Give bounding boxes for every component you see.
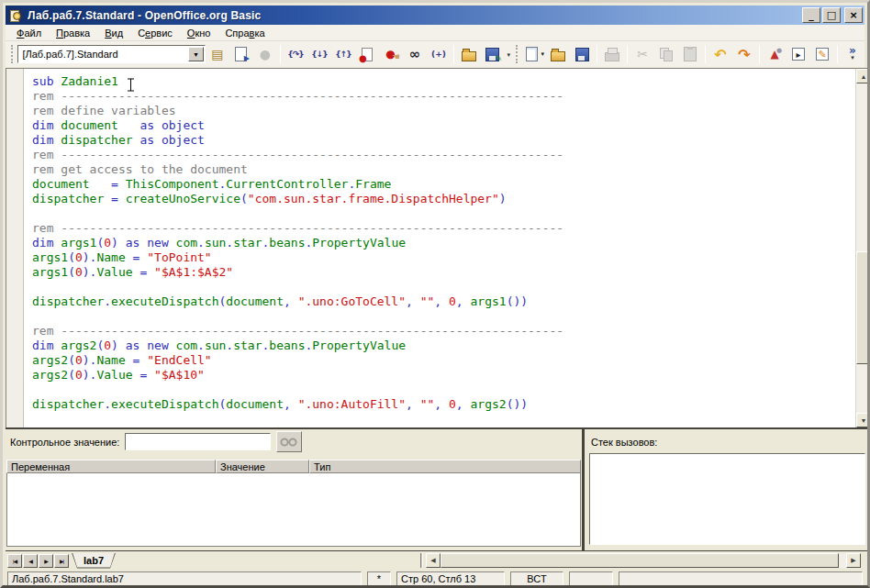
scroll-up-button[interactable]: ▲ <box>856 69 870 83</box>
tab-nav-next-button[interactable]: ▶ <box>39 554 53 568</box>
horizontal-scrollbar[interactable]: ◀ ▶ <box>426 553 861 568</box>
callstack-list[interactable] <box>589 453 865 545</box>
code-line: args2(0).Value = "$A$10" <box>32 368 855 383</box>
step-over-icon <box>286 45 305 63</box>
edit-dialog-icon <box>816 48 829 61</box>
stop-icon <box>256 45 274 63</box>
code-line: rem define variables <box>32 104 855 118</box>
redo-button[interactable] <box>733 43 755 65</box>
code-line: dim dispatcher as object <box>32 133 855 148</box>
code-line: rem get access to the document <box>32 162 855 177</box>
code-line: args2(0).Name = "EndCell" <box>32 353 855 368</box>
select-module-icon <box>792 48 805 61</box>
glasses-icon <box>280 437 298 448</box>
toolbar-grip[interactable] <box>516 45 519 63</box>
scrollbar-track[interactable] <box>856 83 870 413</box>
module-tab-lab7[interactable]: lab7 <box>72 553 116 569</box>
tab-nav-last-button[interactable]: ▶| <box>54 554 69 568</box>
find-parentheses-button[interactable] <box>428 43 450 65</box>
save-button[interactable] <box>571 43 593 65</box>
menu-window[interactable]: Окно <box>180 26 218 40</box>
new-document-button[interactable]: ▾ <box>523 43 545 65</box>
code-line <box>32 383 855 397</box>
library-combobox[interactable]: [Лаб.раб.7].Standard ▼ <box>17 45 206 63</box>
code-line: rem ------------------------------------… <box>32 89 855 104</box>
titlebar[interactable]: Лаб.раб.7.Standard - OpenOffice.org Basi… <box>6 6 864 25</box>
select-module-button[interactable] <box>787 43 809 65</box>
toolbar-grip[interactable] <box>11 45 15 63</box>
overflow-icon <box>843 45 862 63</box>
breakpoint-gutter[interactable] <box>6 69 24 427</box>
cut-button[interactable] <box>631 43 653 65</box>
code-editor[interactable]: sub Zadanie1rem ------------------------… <box>6 68 870 427</box>
combobox-dropdown-button[interactable]: ▼ <box>188 47 204 61</box>
scroll-down-button[interactable]: ▼ <box>856 413 870 427</box>
enable-watch-button[interactable] <box>404 43 426 65</box>
watch-column-3[interactable]: Тип <box>309 460 581 473</box>
cut-icon <box>633 45 652 63</box>
tab-navigation: |◀◀▶▶| <box>7 554 69 568</box>
status-empty2 <box>619 571 863 587</box>
watch-table: ПеременнаяЗначениеТип <box>6 460 581 547</box>
code-line: document = ThisComponent.CurrentControll… <box>32 177 855 192</box>
tab-nav-prev-button[interactable]: ◀ <box>23 554 38 568</box>
enable-watch-icon <box>406 45 424 63</box>
vertical-scrollbar[interactable]: ▲ ▼ <box>855 69 870 427</box>
overflow-button[interactable] <box>842 43 864 65</box>
step-out-button[interactable] <box>332 43 354 65</box>
code-line: dim args1(0) as new com.sun.star.beans.P… <box>32 236 855 250</box>
menu-edit[interactable]: Правка <box>49 26 97 40</box>
toolbar-options-button[interactable]: ▾ <box>505 44 513 64</box>
scroll-left-button[interactable]: ◀ <box>426 553 441 568</box>
undo-button[interactable] <box>709 43 731 65</box>
toolbar-separator <box>759 45 760 63</box>
breakpoint-icon <box>358 45 376 63</box>
toolbar-separator <box>453 45 454 63</box>
compile-button[interactable] <box>206 43 229 65</box>
maximize-button[interactable]: □ <box>822 7 841 23</box>
select-macro-button[interactable] <box>764 43 786 65</box>
edit-dialog-button[interactable] <box>811 43 833 65</box>
run-button[interactable] <box>230 43 252 65</box>
scrollbar-track[interactable] <box>441 553 846 568</box>
watch-column-1[interactable]: Переменная <box>6 460 216 473</box>
copy-icon <box>657 45 675 63</box>
watch-panel: Контрольное значение: ПеременнаяЗначение… <box>6 429 582 550</box>
import-source-button[interactable] <box>458 43 480 65</box>
step-into-button[interactable] <box>308 43 330 65</box>
module-tab-label: lab7 <box>72 553 115 568</box>
menu-help[interactable]: Справка <box>218 26 272 40</box>
print-button[interactable] <box>601 43 623 65</box>
close-button[interactable]: × <box>844 7 863 23</box>
menu-view[interactable]: Вид <box>97 26 130 40</box>
copy-button[interactable] <box>655 43 677 65</box>
tab-nav-first-button[interactable]: |◀ <box>7 554 22 568</box>
scrollbar-thumb[interactable] <box>441 553 839 568</box>
toolbar-separator <box>627 45 628 63</box>
scrollbar-thumb[interactable] <box>856 251 870 364</box>
code-lines[interactable]: sub Zadanie1rem ------------------------… <box>25 69 855 427</box>
breakpoint-button[interactable] <box>356 43 378 65</box>
save-icon <box>573 45 591 63</box>
chevron-down-icon: ▼ <box>193 51 199 58</box>
watch-column-2[interactable]: Значение <box>216 460 309 473</box>
chevron-down-icon[interactable]: ▾ <box>541 50 544 58</box>
watch-table-body[interactable] <box>6 473 581 547</box>
minimize-button[interactable]: _ <box>802 7 820 23</box>
step-over-button[interactable] <box>284 43 307 65</box>
enable-watch-button[interactable] <box>276 431 302 452</box>
menu-tools[interactable]: Сервис <box>130 26 180 40</box>
manage-breakpoints-icon <box>382 45 400 63</box>
menu-file[interactable]: Файл <box>9 26 49 40</box>
tabbar-splitter[interactable] <box>420 553 423 568</box>
scroll-right-button[interactable]: ▶ <box>846 553 861 568</box>
manage-breakpoints-button[interactable] <box>380 43 402 65</box>
watch-input[interactable] <box>125 433 271 450</box>
open-button[interactable] <box>547 43 569 65</box>
print-icon <box>603 45 621 63</box>
paste-button[interactable] <box>679 43 701 65</box>
stop-button[interactable] <box>254 43 276 65</box>
select-macro-icon <box>765 45 784 63</box>
undo-icon <box>711 45 730 63</box>
export-source-button[interactable]: ✎ <box>482 43 504 65</box>
